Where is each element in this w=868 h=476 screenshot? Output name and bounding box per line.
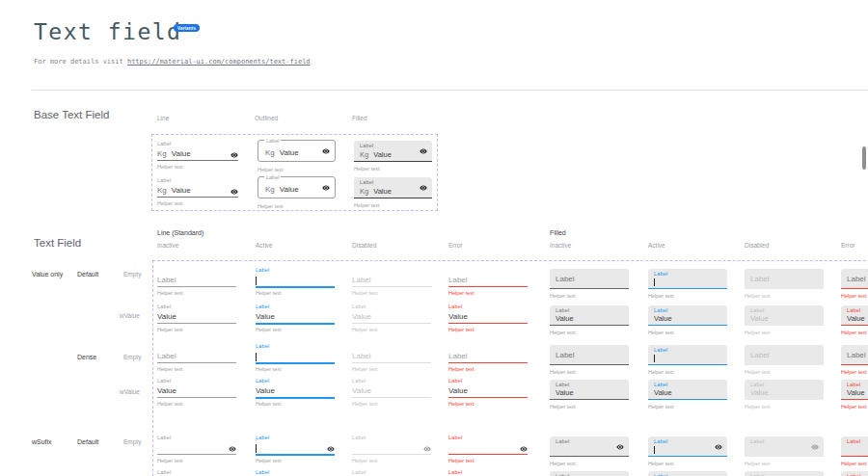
field-box[interactable]: LabelValue [550, 305, 629, 326]
field-input[interactable]: Label [448, 350, 528, 361]
textfield-line-inactive[interactable]: LabelValueHelper text [157, 378, 236, 410]
field-box[interactable]: LabelValue [648, 380, 727, 400]
visibility-icon[interactable] [322, 184, 330, 192]
field-input[interactable] [256, 441, 335, 453]
field-box[interactable]: LabelKgValue [354, 177, 432, 198]
field-box[interactable]: LabelKgValue [354, 141, 432, 162]
visibility-icon[interactable] [231, 188, 238, 196]
field-input[interactable]: Value [157, 384, 236, 396]
visibility-icon[interactable] [616, 443, 624, 451]
textfield-filled-active[interactable]: LabelValueHelper text [648, 304, 727, 336]
field-box[interactable]: LabelValue [550, 471, 629, 476]
base-textfield-outlined[interactable]: LabelKgValueHelper text [258, 141, 336, 173]
textfield-line-active[interactable]: LabelValueHelper text [256, 469, 335, 476]
field-box[interactable]: LabelValue [745, 305, 824, 326]
textfield-line-active[interactable]: LabelValueHelper text [256, 378, 335, 410]
textfield-filled-error[interactable]: LabelValueHelper text [841, 304, 868, 336]
field-box[interactable]: Label [550, 436, 629, 457]
field-input[interactable]: Label [448, 274, 528, 285]
textfield-filled-inactive[interactable]: LabelValueHelper text [550, 378, 629, 410]
field-input[interactable]: Value [448, 384, 528, 396]
field-input[interactable]: Label [352, 350, 431, 361]
textfield-filled-disabled[interactable]: LabelValueHelper text [745, 304, 824, 336]
visibility-icon[interactable] [327, 445, 335, 453]
field-input[interactable] [157, 441, 236, 453]
visibility-icon[interactable] [420, 184, 427, 192]
field-box[interactable]: LabelValue [745, 471, 824, 476]
textfield-filled-error[interactable]: LabelValueHelper text [841, 378, 868, 410]
field-input[interactable]: KgValue [265, 185, 299, 194]
textfield-filled-inactive[interactable]: LabelHelper text [550, 343, 629, 376]
field-box[interactable]: LabelValue [841, 380, 868, 400]
visibility-icon[interactable] [229, 445, 236, 453]
scrollbar-thumb[interactable] [862, 146, 866, 170]
field-input[interactable]: Value [256, 310, 335, 322]
field-box[interactable]: LabelValue [648, 471, 727, 476]
field-box[interactable]: Label [648, 436, 727, 457]
field-input[interactable] [256, 350, 335, 361]
textfield-line-disabled[interactable]: LabelHelper text [352, 267, 431, 300]
visibility-icon[interactable] [520, 445, 528, 453]
textfield-line-inactive[interactable]: LabelHelper text [157, 343, 236, 376]
field-box[interactable]: Label [550, 269, 629, 289]
field-input[interactable]: Label [157, 274, 236, 285]
textfield-filled-inactive[interactable]: LabelHelper text [550, 267, 629, 300]
visibility-icon[interactable] [715, 443, 722, 451]
field-input[interactable]: Value [256, 384, 335, 396]
field-box[interactable]: Label [841, 269, 868, 289]
textfield-filled-active[interactable]: LabelHelper text [648, 435, 727, 467]
field-input[interactable]: Label [352, 274, 431, 285]
field-box[interactable]: LabelValue [745, 380, 824, 400]
textfield-line-inactive[interactable]: LabelHelper text [157, 435, 236, 467]
textfield-line-disabled[interactable]: LabelHelper text [352, 343, 431, 376]
field-box[interactable]: Label [745, 269, 824, 289]
visibility-icon[interactable] [322, 147, 330, 155]
base-textfield-filled[interactable]: LabelKgValueHelper text [354, 177, 432, 210]
textfield-line-disabled[interactable]: LabelValueHelper text [352, 378, 431, 410]
field-box[interactable]: LabelValue [550, 380, 629, 400]
field-box[interactable]: Label [648, 345, 727, 365]
textfield-line-active[interactable]: LabelHelper text [256, 267, 335, 300]
textfield-filled-error[interactable]: LabelHelper text [841, 435, 868, 467]
textfield-filled-active[interactable]: LabelValueHelper text [648, 469, 727, 476]
field-box[interactable]: Label [745, 345, 824, 365]
textfield-filled-error[interactable]: LabelHelper text [841, 267, 868, 300]
field-box[interactable]: LabelKgValue [258, 140, 336, 162]
textfield-line-error[interactable]: LabelHelper text [448, 267, 528, 300]
visibility-icon[interactable] [231, 151, 238, 159]
field-box[interactable]: Label [745, 436, 824, 457]
field-box[interactable]: Label [841, 345, 868, 365]
field-input[interactable]: Label [157, 350, 236, 361]
textfield-filled-disabled[interactable]: LabelHelper text [745, 435, 824, 467]
field-input[interactable]: KgValue [360, 150, 392, 159]
field-input[interactable] [256, 274, 335, 285]
textfield-line-disabled[interactable]: LabelHelper text [352, 435, 431, 467]
textfield-line-active[interactable]: LabelHelper text [256, 343, 335, 376]
field-input[interactable]: Value [157, 310, 236, 322]
field-input[interactable]: KgValue [360, 187, 392, 196]
field-box[interactable]: LabelValue [841, 471, 868, 476]
textfield-line-inactive[interactable]: LabelHelper text [157, 267, 236, 300]
textfield-line-active[interactable]: LabelValueHelper text [256, 304, 335, 336]
textfield-filled-inactive[interactable]: LabelHelper text [550, 435, 629, 467]
field-box[interactable]: LabelValue [648, 305, 727, 326]
textfield-filled-disabled[interactable]: LabelValueHelper text [745, 469, 824, 476]
textfield-line-disabled[interactable]: LabelValueHelper text [352, 304, 431, 336]
textfield-filled-inactive[interactable]: LabelValueHelper text [550, 469, 629, 476]
textfield-filled-active[interactable]: LabelHelper text [648, 267, 727, 300]
textfield-line-inactive[interactable]: LabelValueHelper text [157, 304, 236, 336]
textfield-line-error[interactable]: LabelHelper text [448, 343, 528, 376]
base-textfield-outlined[interactable]: LabelKgValueHelper text [258, 177, 336, 210]
textfield-filled-error[interactable]: LabelHelper text [841, 343, 868, 376]
docs-link[interactable]: https://material-ui.com/components/text-… [127, 58, 311, 66]
textfield-line-inactive[interactable]: LabelValueHelper text [157, 469, 236, 476]
field-box[interactable]: Label [841, 436, 868, 457]
textfield-filled-disabled[interactable]: LabelHelper text [745, 343, 824, 376]
textfield-line-error[interactable]: LabelHelper text [448, 435, 528, 467]
field-input[interactable]: KgValue [157, 147, 238, 159]
textfield-filled-error[interactable]: LabelValueHelper text [841, 469, 868, 476]
field-input[interactable]: Value [352, 310, 431, 322]
textfield-filled-inactive[interactable]: LabelValueHelper text [550, 304, 629, 336]
field-box[interactable]: Label [550, 345, 629, 365]
field-input[interactable]: KgValue [157, 184, 238, 196]
